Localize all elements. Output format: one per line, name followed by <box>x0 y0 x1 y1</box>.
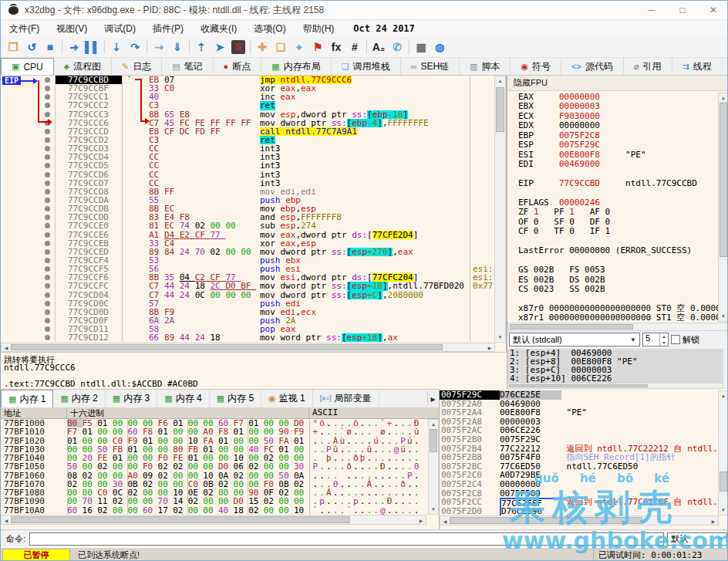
disasm-row[interactable]: 77C9CCE6A1 D4 E2 CF 77 mov eax,dword ptr… <box>1 231 495 239</box>
tab-内存 2[interactable]: ▦内存 2 <box>53 390 105 407</box>
menu-item[interactable]: 插件(P) <box>144 20 192 37</box>
breakpoint-dot[interactable] <box>41 291 55 299</box>
tab-内存 4[interactable]: ▦内存 4 <box>157 390 209 407</box>
tab-调用堆栈[interactable]: ❏调用堆栈 <box>332 58 401 75</box>
disasm-row[interactable]: 77C9CCDB8B EC mov ebp,esp <box>1 204 495 213</box>
disasm-row[interactable]: 77C9CCCDE8 CF DC FD FF call ntdll.77C7A9… <box>1 127 495 136</box>
disasm-row[interactable]: 77C9CCF453 push ebx <box>1 256 495 265</box>
tab-源代码[interactable]: <>源代码 <box>561 58 624 75</box>
tab-overflow-button[interactable]: ▶ <box>427 392 438 406</box>
unlock-checkbox[interactable] <box>671 335 680 344</box>
tab-线程[interactable]: ⇉线程 <box>672 58 723 75</box>
command-input[interactable] <box>29 532 664 546</box>
breakpoint-dot[interactable] <box>41 204 55 213</box>
dump-row[interactable]: 77BF10505000020000F002020000D00602000030… <box>1 462 426 471</box>
disasm-row[interactable]: 77C9CCC38B 65 E8 mov esp,dword ptr ss:[e… <box>1 110 495 119</box>
menu-item[interactable]: 帮助(H) <box>295 20 343 37</box>
stack-row[interactable]: 0075F2B00075F29C <box>440 435 719 444</box>
register-line[interactable]: EDI 00469000 <box>518 160 718 169</box>
command-profile-select[interactable]: 默认▼ <box>667 532 727 546</box>
dump-row[interactable]: 77BF10A060160200006017020000401802000010… <box>1 506 426 515</box>
register-line[interactable]: CS 0023 SS 002B <box>518 285 718 294</box>
stack-row[interactable]: 0075F29CD76CE25E <box>440 390 719 400</box>
assemble-icon[interactable]: A₂ <box>369 39 388 56</box>
breakpoint-dot[interactable] <box>41 76 55 84</box>
breakpoint-dot[interactable] <box>41 239 55 248</box>
tab-内存布局[interactable]: ▦内存布局 <box>261 58 331 75</box>
function-icon[interactable]: fx <box>327 39 345 56</box>
disasm-row[interactable]: 77C9CCD6CC int3 <box>1 171 495 179</box>
tab-监视 1[interactable]: ◉监视 1 <box>261 390 313 407</box>
register-line[interactable]: x87r1 00000000000000000000 ST1 空 0.00000… <box>518 313 718 322</box>
run-to-selection-icon[interactable]: ⇢ <box>150 39 168 56</box>
breakpoint-dot[interactable] <box>41 171 55 179</box>
disasm-row[interactable]: 77C9CCEB33 C4 xor eax,esp <box>1 239 495 248</box>
call-log-icon[interactable]: ✆ <box>388 39 406 56</box>
disasm-row[interactable]: 77C9CCED89 84 24 70 02 00 00 mov dword p… <box>1 248 495 256</box>
tab-断点[interactable]: ●断点 <box>214 58 262 75</box>
disasm-row[interactable]: 77C9CCC6C7 45 FC FE FF FF FF mov dword p… <box>1 119 495 127</box>
disasm-row[interactable]: 77C9CD1266 89 44 24 18 mov word ptr ss:[… <box>1 333 495 342</box>
disasm-row[interactable]: 77C9CD0D8B F9 mov edi,ecx <box>1 308 495 316</box>
argument-count-stepper[interactable]: 5 ▲▼ <box>642 333 669 346</box>
menu-item[interactable]: 收藏夹(I) <box>192 20 245 37</box>
open-file-icon[interactable]: ❒ <box>4 39 22 56</box>
disassembly-vscrollbar[interactable]: ▲ ▼ <box>494 76 506 343</box>
argument-row[interactable]: 4: [esp+10] 006CE226 <box>507 374 723 383</box>
disasm-row[interactable]: 77C9CCD4CC int3 <box>1 153 495 161</box>
disasm-row[interactable]: 77C9CD0C57 push edi <box>1 299 495 308</box>
hash-icon[interactable]: # <box>345 39 364 56</box>
breakpoint-dot[interactable] <box>41 248 55 256</box>
disassembly-hscrollbar[interactable]: ◀ ▶ <box>1 343 495 352</box>
calculator-icon[interactable]: ▦ <box>412 39 430 56</box>
tab-内存 5[interactable]: ▦内存 5 <box>210 390 261 407</box>
disasm-row[interactable]: 77C9CCD88B FF mov edi,edi <box>1 188 495 196</box>
stack-row[interactable]: 0075F2B80075F4F0 指向SEH_Record[1]的指针 <box>440 453 719 462</box>
step-over-icon[interactable]: ↷ <box>126 39 144 56</box>
step-into-icon[interactable]: ⇣ <box>107 39 126 56</box>
disasm-row[interactable]: 77C9CD04C7 44 24 0C 00 00 00 mov dword p… <box>1 291 495 299</box>
breakpoint-dot[interactable] <box>41 136 55 144</box>
stop-icon[interactable]: ■ <box>41 39 59 56</box>
menu-item[interactable]: 选项(O) <box>245 20 294 37</box>
disasm-row[interactable]: 77C9CCDA55 push ebp <box>1 196 495 204</box>
dump-row[interactable]: 77BF10900070110200007014020000D015020000… <box>1 497 426 505</box>
breakpoint-dot[interactable] <box>41 333 55 342</box>
disasm-row[interactable]: 77C9CCF556 push esiesi: <box>1 265 495 273</box>
disasm-row[interactable]: 77C9CCFCC7 44 24 18 2C D0 BF mov dword p… <box>1 282 495 290</box>
breakpoint-dot[interactable] <box>41 316 55 325</box>
dump-row[interactable]: 77BF1010F701000060F8010000A0F801000090F9… <box>1 428 426 436</box>
menu-item[interactable]: 视图(V) <box>48 20 96 37</box>
hide-fpu-button[interactable]: 隐藏FPU <box>507 76 728 91</box>
stack-row[interactable]: 0075F2C400000000 <box>440 480 719 489</box>
maximize-button[interactable]: □ <box>667 1 698 19</box>
arguments-hscrollbar[interactable] <box>507 383 723 389</box>
stack-row[interactable]: 0075F2D0D76CE596 <box>440 507 719 515</box>
tab-内存 3[interactable]: ▦内存 3 <box>106 390 157 407</box>
tab-脚本[interactable]: ▥脚本 <box>460 58 511 75</box>
stack-vscrollbar[interactable]: ▲ ▼ <box>718 390 728 515</box>
disasm-row[interactable]: 77C9CCF68B 35 04 C2 CF 77 mov esi,dword … <box>1 273 495 282</box>
patch-icon[interactable]: ✚ <box>253 39 271 56</box>
disasm-row[interactable]: 77C9CCD5CC int3 <box>1 161 495 170</box>
disasm-row[interactable]: 77C9CCDD83 E4 F8 and esp,FFFFFFF8 <box>1 213 495 221</box>
label-icon[interactable]: ⌖ <box>290 39 308 56</box>
breakpoint-dot[interactable] <box>41 119 55 127</box>
breakpoint-dot[interactable] <box>41 231 55 239</box>
breakpoint-dot[interactable] <box>41 308 55 316</box>
calling-convention-select[interactable]: 默认 (stdcall)▼ <box>509 333 640 346</box>
disasm-row[interactable]: 77C9CD0F6A 2A push 2A <box>1 316 495 325</box>
comment-icon[interactable]: ❏ <box>271 39 290 56</box>
menu-item[interactable]: 文件(F) <box>1 20 48 37</box>
breakpoint-dot[interactable] <box>41 127 55 136</box>
tab-CPU[interactable]: ▣CPU <box>1 58 54 75</box>
breakpoint-dot[interactable] <box>41 144 55 153</box>
breakpoint-dot[interactable] <box>41 265 55 273</box>
browser-icon[interactable]: ◍ <box>430 39 449 56</box>
breakpoint-dot[interactable] <box>41 196 55 204</box>
tab-笔记[interactable]: ▤笔记 <box>162 58 213 75</box>
disasm-row[interactable]: 77C9CCD3CC int3 <box>1 144 495 153</box>
menu-item[interactable]: 调试(D) <box>96 20 144 37</box>
breakpoint-dot[interactable] <box>41 110 55 119</box>
stack-hscrollbar[interactable]: ◀ ▶ <box>440 515 719 526</box>
